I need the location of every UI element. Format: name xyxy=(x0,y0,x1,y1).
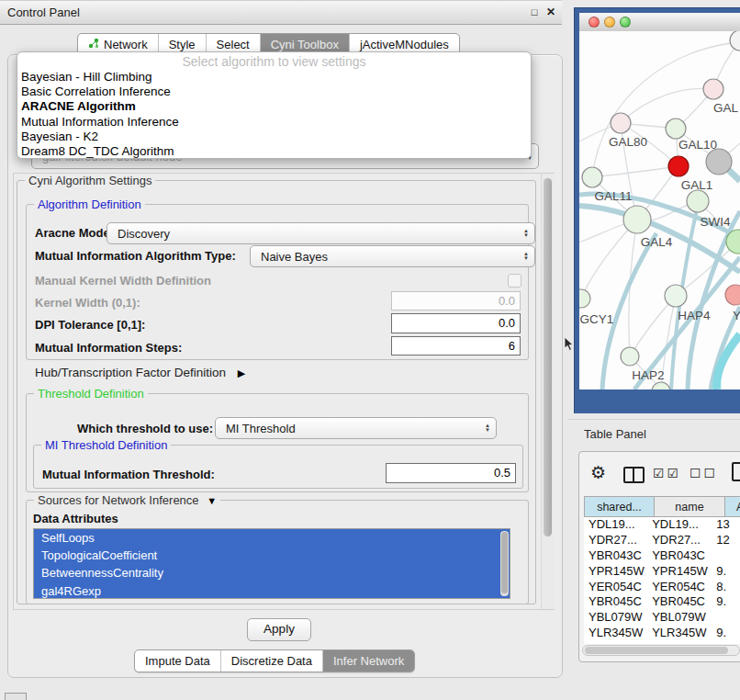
algorithm-option[interactable]: Basic Correlation Inference xyxy=(17,85,531,99)
traffic-close-icon[interactable] xyxy=(589,17,600,28)
node[interactable] xyxy=(703,79,723,99)
algorithm-option[interactable]: Mutual Information Inference xyxy=(17,115,531,130)
close-panel-icon[interactable]: ✕ xyxy=(544,1,558,24)
settings-scrollbar-thumb[interactable] xyxy=(544,178,552,536)
unchecked-columns-icon[interactable]: ☐☐ xyxy=(690,466,718,480)
collapse-arrow-icon[interactable]: ▶ xyxy=(238,367,245,378)
mi-algorithm-type-combo[interactable]: Naive Bayes ▲▼ xyxy=(250,245,535,267)
network-edge-cyan xyxy=(717,334,740,390)
table-row[interactable]: YBR045CYBR045C9. xyxy=(584,594,740,610)
node-gal10[interactable] xyxy=(666,119,686,139)
table-row[interactable]: YLR345WYLR345W9. xyxy=(584,626,740,641)
dpi-tolerance-label: DPI Tolerance [0,1]: xyxy=(35,318,145,332)
table-row[interactable]: YDR27...YDR27...12 xyxy=(584,533,740,548)
table-row[interactable]: YBR043CYBR043C xyxy=(584,548,740,564)
mi-algorithm-type-label: Mutual Information Algorithm Type: xyxy=(35,249,236,263)
which-threshold-combo[interactable]: MI Threshold ▲▼ xyxy=(215,417,497,439)
manual-kernel-width-label: Manual Kernel Width Definition xyxy=(35,274,211,288)
list-item[interactable]: BetweennessCentrality xyxy=(34,564,510,581)
column-header-shared-name[interactable]: shared... xyxy=(584,496,655,517)
manual-kernel-width-checkbox[interactable] xyxy=(508,274,521,288)
mi-steps-field[interactable]: 6 xyxy=(391,336,521,356)
control-panel-titlebar: Control Panel □ ✕ xyxy=(0,0,562,25)
node-gal11[interactable] xyxy=(582,167,602,187)
tab-impute-data[interactable]: Impute Data xyxy=(135,650,220,672)
algorithm-option[interactable]: Dream8 DC_TDC Algorithm xyxy=(17,144,531,159)
table-horizontal-scrollbar[interactable] xyxy=(582,645,740,656)
table-row[interactable]: YIL052CYIL052C9. xyxy=(584,641,740,644)
network-tab-icon xyxy=(88,38,99,51)
node[interactable] xyxy=(706,149,732,175)
aracne-mode-label: Aracne Mode: xyxy=(35,226,114,240)
table-horizontal-scrollbar-thumb[interactable] xyxy=(585,647,728,654)
node-hap2[interactable] xyxy=(621,347,639,366)
apply-button[interactable]: Apply xyxy=(247,618,311,641)
table-body[interactable]: YDL19...YDL19...13 YDR27...YDR27...12 YB… xyxy=(584,517,740,644)
column-header-name[interactable]: name xyxy=(655,496,725,517)
node-label: GAL xyxy=(713,101,739,115)
list-item[interactable]: SelfLoops xyxy=(34,529,510,547)
node[interactable] xyxy=(652,382,670,390)
mouse-cursor xyxy=(563,336,574,356)
column-header-clipped[interactable]: A xyxy=(725,496,740,517)
list-scrollbar-thumb[interactable] xyxy=(501,532,508,593)
node-hap4[interactable] xyxy=(665,285,687,307)
algorithm-option[interactable]: Bayesian - K2 xyxy=(17,130,531,144)
mi-steps-label: Mutual Information Steps: xyxy=(35,341,182,355)
hub-definition-row[interactable]: Hub/Transcription Factor Definition ▶ xyxy=(35,366,245,379)
aracne-mode-combo[interactable]: Discovery ▲▼ xyxy=(107,222,535,244)
tab-discretize-data[interactable]: Discretize Data xyxy=(220,650,322,672)
document-icon[interactable] xyxy=(732,462,740,481)
node-label: SWI4 xyxy=(700,215,730,229)
list-item[interactable]: TopologicalCoefficient xyxy=(34,547,510,564)
expand-arrow-icon[interactable]: ▼ xyxy=(207,495,217,506)
table-row[interactable]: YER054CYER054C8. xyxy=(584,580,740,595)
mi-threshold-definition-title: MI Threshold Definition xyxy=(41,438,171,452)
combo-stepper-icon: ▲▼ xyxy=(485,423,490,433)
table-panel-title: Table Panel xyxy=(584,427,646,441)
table-row[interactable]: YPR145WYPR145W9. xyxy=(584,564,740,580)
node-swi4[interactable] xyxy=(687,190,709,212)
data-attributes-label: Data Attributes xyxy=(33,512,118,525)
traffic-minimize-icon[interactable] xyxy=(604,17,615,28)
screen: Control Panel □ ✕ Network Style Select C… xyxy=(0,0,740,700)
traffic-zoom-icon[interactable] xyxy=(620,17,631,28)
algorithm-dropdown-popup: Select algorithm to view settings Bayesi… xyxy=(17,51,532,159)
split-view-icon[interactable] xyxy=(623,467,645,483)
settings-scrollbar[interactable] xyxy=(541,174,555,609)
node-gal1[interactable] xyxy=(668,156,689,176)
combo-stepper-icon: ▲▼ xyxy=(523,229,529,238)
node-gal80[interactable] xyxy=(611,113,631,133)
table-row[interactable]: YBL079WYBL079W xyxy=(584,610,740,626)
node-gal4[interactable] xyxy=(623,206,651,233)
checked-columns-icon[interactable]: ☑☑ xyxy=(653,466,681,480)
node-label: GAL4 xyxy=(641,235,673,249)
algorithm-option-selected[interactable]: ARACNE Algorithm xyxy=(17,99,531,114)
data-attributes-list[interactable]: SelfLoops TopologicalCoefficient Between… xyxy=(33,528,510,599)
tab-network-label: Network xyxy=(104,38,148,51)
mi-threshold-label: Mutual Information Threshold: xyxy=(42,468,215,481)
algorithm-option[interactable]: Bayesian - Hill Climbing xyxy=(17,70,531,85)
which-threshold-label: Which threshold to use: xyxy=(77,422,213,435)
network-window-titlebar[interactable] xyxy=(579,13,740,32)
gear-icon[interactable]: ⚙ xyxy=(590,462,606,482)
table-header: shared... name A xyxy=(584,496,740,517)
sources-group-title: Sources for Network Inference ▼ xyxy=(34,493,220,507)
node[interactable] xyxy=(730,31,740,51)
kernel-width-label: Kernel Width (0,1): xyxy=(35,296,140,310)
node-gcy1[interactable] xyxy=(579,289,590,308)
mi-threshold-field[interactable]: 0.5 xyxy=(386,463,516,483)
node-label: GAL11 xyxy=(594,189,632,203)
table-row[interactable]: YDL19...YDL19...13 xyxy=(584,517,740,533)
float-window-icon[interactable]: □ xyxy=(527,1,542,24)
dock-button-partial[interactable] xyxy=(5,693,27,700)
dpi-tolerance-field[interactable]: 0.0 xyxy=(391,313,521,333)
list-scrollbar[interactable] xyxy=(500,531,509,596)
node[interactable] xyxy=(725,285,740,305)
network-canvas[interactable]: GAL GAL80 GAL10 GAL1 GAL11 SWI4 GAL4 GCY… xyxy=(579,31,740,390)
kernel-width-field[interactable]: 0.0 xyxy=(391,291,521,310)
list-item[interactable]: gal4RGexp xyxy=(34,582,510,599)
tab-infer-network[interactable]: Infer Network xyxy=(322,650,414,672)
network-graph: GAL GAL80 GAL10 GAL1 GAL11 SWI4 GAL4 GCY… xyxy=(579,31,740,390)
node-label: GAL1 xyxy=(681,178,713,192)
